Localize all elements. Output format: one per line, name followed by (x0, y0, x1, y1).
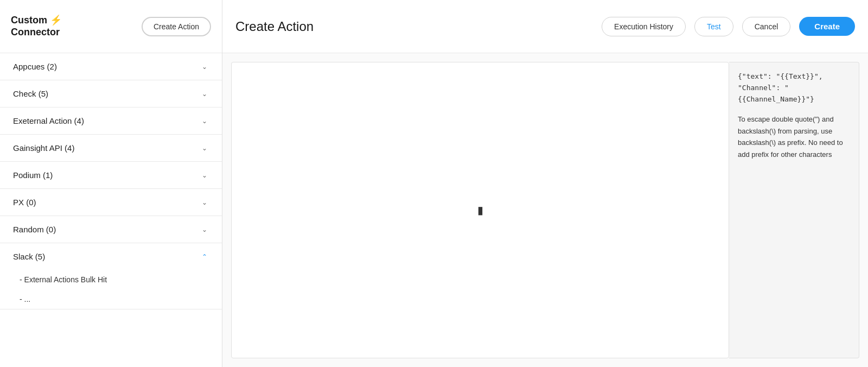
info-description: To escape double quote(") and backslash(… (738, 113, 850, 160)
chevron-up-icon-slack: ⌃ (200, 252, 209, 261)
sidebar-group-label-gainsight: Gainsight API (4) (13, 143, 74, 153)
sidebar-group-podium: Podium (1) ⌄ (0, 162, 222, 189)
sidebar-group-label-external-action: Exeternal Action (4) (13, 116, 84, 125)
sidebar-group-label-podium: Podium (1) (13, 170, 53, 180)
brand-line1: Custom (11, 15, 47, 26)
info-panel: {"text": "{{Text}}", "Channel": " {{Chan… (729, 62, 859, 358)
sidebar-group-label-slack: Slack (5) (13, 252, 45, 261)
chevron-down-icon-gainsight: ⌄ (200, 144, 209, 153)
sidebar-group-slack: Slack (5) ⌃ - External Actions Bulk Hit … (0, 243, 222, 309)
execution-history-button[interactable]: Execution History (602, 17, 686, 36)
sidebar-group-header-check[interactable]: Check (5) ⌄ (0, 80, 222, 107)
sidebar-item-external-actions-bulk-hit[interactable]: - External Actions Bulk Hit (0, 270, 222, 289)
sidebar-group-gainsight: Gainsight API (4) ⌄ (0, 135, 222, 162)
chevron-down-icon-external-action: ⌄ (200, 117, 209, 125)
main-content: Create Action Execution History Test Can… (222, 0, 868, 367)
brand-logo: Custom ⚡ Connector (11, 15, 62, 38)
chevron-down-icon-podium: ⌄ (200, 171, 209, 180)
sidebar-create-action-button[interactable]: Create Action (142, 17, 211, 36)
sidebar-group-header-slack[interactable]: Slack (5) ⌃ (0, 243, 222, 270)
sidebar-group-px: PX (0) ⌄ (0, 189, 222, 216)
brand-line2: Connector (11, 27, 60, 37)
sidebar-group-external-action: Exeternal Action (4) ⌄ (0, 107, 222, 135)
sidebar-group-header-external-action[interactable]: Exeternal Action (4) ⌄ (0, 107, 222, 134)
sidebar-group-label-px: PX (0) (13, 198, 36, 207)
main-body: ▮ {"text": "{{Text}}", "Channel": " {{Ch… (222, 53, 868, 367)
test-button[interactable]: Test (694, 17, 733, 36)
editor-panel: ▮ (231, 62, 729, 358)
cancel-button[interactable]: Cancel (742, 17, 791, 36)
sidebar-group-label-random: Random (0) (13, 225, 56, 234)
info-code-line2: "Channel": " (738, 84, 789, 92)
brand-name: Custom ⚡ Connector (11, 15, 62, 38)
sidebar-list: Appcues (2) ⌄ Check (5) ⌄ Exeternal Acti… (0, 53, 222, 367)
info-code-line3: {{Channel_Name}}"} (738, 95, 814, 103)
info-code-block: {"text": "{{Text}}", "Channel": " {{Chan… (738, 71, 850, 105)
sidebar-group-header-podium[interactable]: Podium (1) ⌄ (0, 162, 222, 188)
main-header: Create Action Execution History Test Can… (222, 0, 868, 53)
chevron-down-icon-random: ⌄ (200, 225, 209, 234)
sidebar-group-appcues: Appcues (2) ⌄ (0, 53, 222, 80)
info-code-line1: {"text": "{{Text}}", (738, 72, 823, 80)
chevron-down-icon-appcues: ⌄ (200, 62, 209, 71)
sidebar-group-header-appcues[interactable]: Appcues (2) ⌄ (0, 53, 222, 80)
chevron-down-icon-check: ⌄ (200, 90, 209, 98)
sidebar-group-check: Check (5) ⌄ (0, 80, 222, 107)
sidebar-header: Custom ⚡ Connector Create Action (0, 0, 222, 53)
page-title: Create Action (235, 19, 593, 34)
create-button[interactable]: Create (799, 17, 855, 36)
sidebar-group-header-px[interactable]: PX (0) ⌄ (0, 189, 222, 216)
sidebar-group-random: Random (0) ⌄ (0, 216, 222, 243)
sidebar-group-header-random[interactable]: Random (0) ⌄ (0, 216, 222, 243)
action-editor[interactable] (232, 62, 729, 358)
lightning-icon: ⚡ (50, 15, 62, 26)
sidebar-group-label-check: Check (5) (13, 89, 48, 98)
sidebar: Custom ⚡ Connector Create Action Appcues… (0, 0, 222, 367)
sidebar-item-slack-more[interactable]: - ... (0, 289, 222, 309)
chevron-down-icon-px: ⌄ (200, 198, 209, 207)
sidebar-group-label-appcues: Appcues (2) (13, 62, 57, 71)
sidebar-group-header-gainsight[interactable]: Gainsight API (4) ⌄ (0, 135, 222, 161)
